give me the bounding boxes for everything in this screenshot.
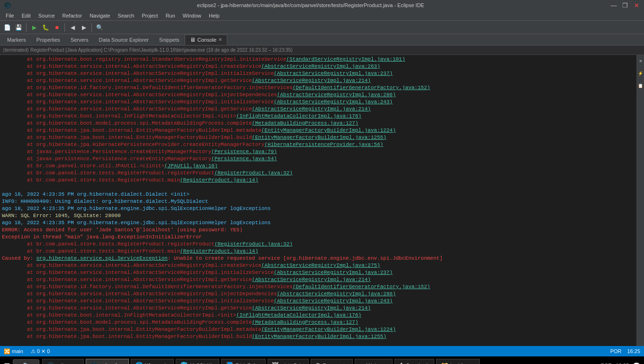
tab-servers[interactable]: Servers: [65, 35, 94, 45]
close-button[interactable]: ✕: [633, 1, 640, 9]
stack-link[interactable]: (RegisterProduct.java:14): [180, 177, 258, 183]
new-button[interactable]: 📄: [2, 22, 12, 33]
stack-link[interactable]: (RegisterProduct.java:14): [180, 248, 258, 254]
menu-item-source[interactable]: Source: [35, 12, 59, 19]
console-line: at org.hibernate.jpa.boot.internal.Entit…: [2, 134, 635, 141]
toolbar-separator-3: [91, 23, 92, 32]
error-link[interactable]: org.hibernate.service.spi.ServiceExcepti…: [36, 255, 168, 261]
taskbar-item[interactable]: ♫Músicas: [355, 359, 393, 364]
right-panel-btn-2[interactable]: ⚡: [635, 68, 644, 79]
notification-button[interactable]: 💬: [633, 362, 640, 364]
menu-item-run[interactable]: Run: [162, 12, 179, 19]
taskbar-item[interactable]: 🐬MySQL W...: [176, 359, 219, 364]
minimize-button[interactable]: —: [610, 1, 617, 9]
forward-button[interactable]: ▶: [79, 22, 89, 33]
menu-item-refactor[interactable]: Refactor: [59, 12, 86, 19]
window-title: eclipse2 - jpa-hibernate/src/main/java/b…: [197, 2, 424, 8]
search-toolbar-button[interactable]: 🔍: [94, 22, 105, 33]
statusbar-branch: 🔀 main: [4, 348, 23, 355]
stack-link[interactable]: (DefaultIdentifierGeneratorFactory.java:…: [293, 284, 430, 290]
debug-button[interactable]: 🐛: [40, 22, 51, 33]
stack-link[interactable]: (HibernatePersistenceProvider.java:56): [265, 142, 384, 147]
taskbar-item[interactable]: 📘Erick Rafa...: [221, 359, 265, 364]
console-line: INFO: HHH000400: Using dialect: org.hibe…: [2, 198, 635, 205]
search-button[interactable]: 🔍: [13, 359, 39, 364]
right-panel-btn-3[interactable]: 📋: [635, 81, 644, 91]
taskbar-item[interactable]: 📁jpa-hibern...: [436, 359, 480, 364]
stack-link[interactable]: (AbstractServiceRegistryImpl.java:263): [261, 64, 380, 69]
console-line: at org.hibernate.service.internal.Abstra…: [2, 262, 635, 269]
menu-item-project[interactable]: Project: [138, 12, 161, 19]
stack-link[interactable]: (AbstractServiceRegistryImpl.java:275): [261, 263, 380, 268]
stack-link[interactable]: (AbstractServiceRegistryImpl.java:214): [252, 277, 371, 282]
taskbar-item[interactable]: 🌑eclipse2 -...: [86, 359, 128, 364]
console-line: at org.hibernate.jpa.boot.internal.Entit…: [2, 127, 635, 134]
console-line: ago 18, 2022 4:23:35 PM org.hibernate.en…: [2, 205, 635, 212]
tab-properties[interactable]: Properties: [31, 35, 65, 45]
taskbar-item[interactable]: 🖼print - Paint: [268, 359, 309, 364]
titlebar-controls: — ❐ ✕: [610, 1, 640, 9]
stack-link[interactable]: (EntityManagerFactoryBuilderImpl.java:12…: [252, 135, 386, 140]
stack-link[interactable]: (JPAUtil.java:10): [164, 163, 217, 169]
stop-button[interactable]: ■: [52, 22, 62, 33]
stack-link[interactable]: (InFlightMetadataCollectorImpl.java:176): [236, 312, 361, 318]
save-button[interactable]: 💾: [13, 22, 24, 33]
stack-link[interactable]: (MetadataBuildingProcess.java:127): [252, 120, 358, 126]
console-line: ERROR: Access denied for user 'Jade Sant…: [2, 227, 635, 234]
taskbar: ⊞ 🔍 🌑eclipse-w...🌑eclipse2 -...🌐Não cons…: [0, 356, 644, 364]
stack-link[interactable]: (AbstractServiceRegistryImpl.java:243): [274, 298, 393, 304]
tab-markers[interactable]: Markers: [2, 35, 31, 45]
console-line: at org.hibernate.service.internal.Abstra…: [2, 106, 635, 113]
run-button[interactable]: ▶: [29, 22, 39, 33]
stack-link[interactable]: (StandardServiceRegistryImpl.java:101): [286, 56, 405, 62]
stack-link[interactable]: (AbstractServiceRegistryImpl.java:237): [274, 270, 393, 275]
console-line: at org.hibernate.boot.internal.InFlightM…: [2, 113, 635, 120]
stack-link[interactable]: (EntityManagerFactoryBuilderImpl.java:12…: [261, 127, 396, 133]
console-output[interactable]: at org.hibernate.boot.registry.internal.…: [0, 55, 636, 346]
console-line: at br.com.panvel.store.tests.RegisterPro…: [2, 177, 635, 184]
console-close-button[interactable]: ✕: [218, 37, 222, 42]
stack-link[interactable]: (RegisterProduct.java:32): [215, 170, 293, 176]
stack-link[interactable]: (Persistence.java:54): [211, 156, 277, 162]
right-panel-btn-1[interactable]: ≡: [635, 56, 644, 66]
menu-item-edit[interactable]: Edit: [18, 12, 35, 19]
console-line: at javax.persistence.Persistence.createE…: [2, 148, 635, 155]
stack-link[interactable]: (AbstractServiceRegistryImpl.java:214): [252, 305, 371, 311]
menu-item-navigate[interactable]: Navigate: [86, 12, 114, 19]
stack-link[interactable]: (DefaultIdentifierGeneratorFactory.java:…: [293, 85, 430, 91]
taskbar-item[interactable]: 🌑eclipse-w...: [42, 359, 84, 364]
taskbar-system-tray: POR 16:25 💬: [601, 362, 640, 364]
stack-link[interactable]: (EntityManagerFactoryBuilderImpl.java:12…: [261, 327, 396, 332]
stack-link[interactable]: (InFlightMetadataCollectorImpl.java:176): [236, 113, 361, 119]
back-button[interactable]: ◀: [67, 22, 78, 33]
menu-item-window[interactable]: Window: [179, 12, 205, 19]
stack-link[interactable]: (RegisterProduct.java:32): [215, 241, 293, 247]
start-button[interactable]: ⊞: [4, 361, 10, 364]
taskbar-item[interactable]: 🌐Não consi...: [131, 359, 174, 364]
console-line: at org.hibernate.jpa.boot.internal.Entit…: [2, 326, 635, 333]
titlebar: 🌑 eclipse2 - jpa-hibernate/src/main/java…: [0, 0, 644, 10]
stack-link[interactable]: (Persistence.java:79): [211, 149, 277, 155]
stack-link[interactable]: (MetadataBuildingProcess.java:127): [252, 319, 358, 325]
menu-item-file[interactable]: File: [2, 12, 18, 19]
stack-link[interactable]: (EntityManagerFactoryBuilderImpl.java:12…: [252, 334, 386, 339]
toolbar-separator: [26, 23, 27, 32]
console-line: at org.hibernate.service.internal.Abstra…: [2, 63, 635, 70]
stack-link[interactable]: (AbstractServiceRegistryImpl.java:214): [252, 106, 371, 112]
tab-console[interactable]: 🖥 Console ✕: [185, 35, 227, 45]
taskbar-item[interactable]: ⚙Ferrament...: [311, 359, 353, 364]
stack-link[interactable]: (AbstractServiceRegistryImpl.java:243): [274, 99, 393, 105]
tab-snippets[interactable]: Snippets: [154, 35, 185, 45]
tab-datasource[interactable]: Data Source Explorer: [94, 35, 154, 45]
menu-item-search[interactable]: Search: [114, 12, 138, 19]
stack-link[interactable]: (AbstractServiceRegistryImpl.java:214): [252, 78, 371, 83]
stack-link[interactable]: (AbstractServiceRegistryImpl.java:237): [274, 71, 393, 76]
menu-item-help[interactable]: Help: [205, 12, 224, 19]
stack-link[interactable]: (AbstractServiceRegistryImpl.java:286): [277, 291, 396, 297]
console-line: at org.hibernate.boot.internal.InFlightM…: [2, 312, 635, 319]
console-line: at org.hibernate.service.internal.Abstra…: [2, 298, 635, 305]
stack-link[interactable]: (AbstractServiceRegistryImpl.java:286): [277, 92, 396, 98]
taskbar-item[interactable]: ⬇Downloads: [394, 359, 434, 364]
console-line: at org.hibernate.id.factory.internal.Def…: [2, 283, 635, 291]
maximize-button[interactable]: ❐: [621, 1, 629, 9]
